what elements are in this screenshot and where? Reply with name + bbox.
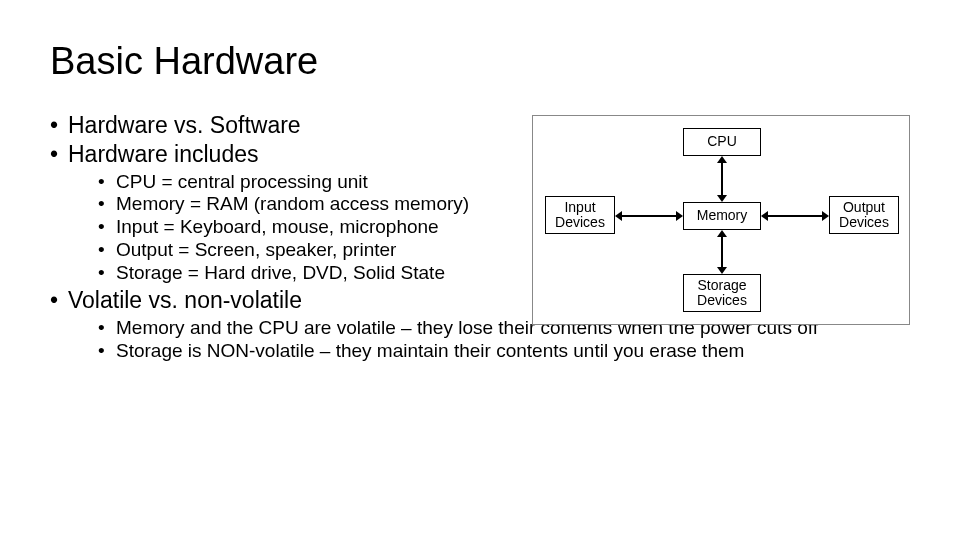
bullet-text: Hardware includes [68, 141, 258, 167]
page-title: Basic Hardware [50, 40, 910, 83]
bullet-text: CPU = central processing unit [116, 171, 368, 192]
diagram-box-output: Output Devices [829, 196, 899, 234]
diagram-box-storage: Storage Devices [683, 274, 761, 312]
bullet-text: Storage = Hard drive, DVD, Solid State [116, 262, 445, 283]
bullet-text: Output = Screen, speaker, printer [116, 239, 396, 260]
arrow-input-memory [621, 215, 677, 217]
arrow-cpu-memory [721, 162, 723, 196]
arrow-memory-storage [721, 236, 723, 268]
content-area: Hardware vs. Software Hardware includes … [50, 111, 910, 363]
arrow-memory-output [767, 215, 823, 217]
bullet-text: Input = Keyboard, mouse, microphone [116, 216, 439, 237]
bullet-text: Volatile vs. non-volatile [68, 287, 302, 313]
hardware-diagram: CPU Memory Storage Devices Input Devices… [532, 115, 910, 325]
bullet-text: Memory = RAM (random access memory) [116, 193, 469, 214]
slide: Basic Hardware Hardware vs. Software Har… [0, 0, 960, 363]
diagram-box-cpu: CPU [683, 128, 761, 156]
diagram-box-memory: Memory [683, 202, 761, 230]
bullet-text: Hardware vs. Software [68, 112, 301, 138]
bullet-text: Storage is NON-volatile – they maintain … [116, 340, 744, 361]
diagram-box-input: Input Devices [545, 196, 615, 234]
bullet-l2: Storage is NON-volatile – they maintain … [98, 340, 910, 363]
